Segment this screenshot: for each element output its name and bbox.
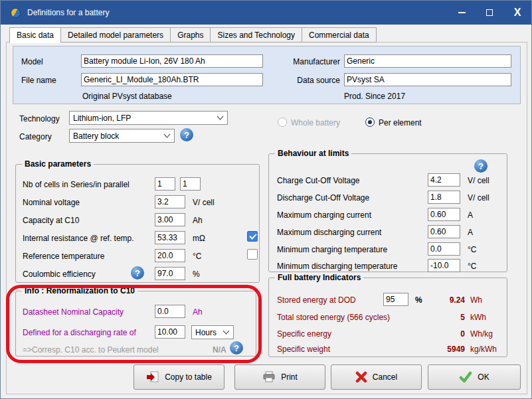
copy-to-table-button[interactable]: Copy to table — [133, 364, 224, 390]
nominal-voltage-unit: V/ cell — [193, 198, 215, 207]
internal-resistance-unit: mΩ — [193, 234, 205, 243]
per-element-radio[interactable] — [365, 118, 375, 127]
peukert-value: N/A — [213, 345, 226, 355]
coulombic-efficiency-help-icon[interactable]: ? — [131, 266, 144, 279]
tab-commercial-data[interactable]: Commercial data — [302, 27, 377, 42]
full-battery-indicators-group: Full battery Indicators Stored energy at… — [268, 278, 507, 357]
stored-energy-value: 9.24 — [428, 295, 465, 305]
full-battery-indicators-title: Full battery Indicators — [275, 273, 363, 282]
chevron-down-icon — [222, 330, 230, 335]
battery-definitions-dialog: Definitions for a battery X Basic data D… — [0, 0, 532, 399]
production-note: Prod. Since 2017 — [344, 92, 405, 101]
min-discharging-temp-label: Minimum discharging temperature — [277, 262, 397, 271]
datasheet-capacity-unit: Ah — [193, 307, 203, 317]
model-info-panel: Model File name Original PVsyst database… — [13, 46, 521, 104]
discharge-cutoff-input[interactable] — [428, 191, 460, 204]
technology-value: Lithium-ion, LFP — [73, 114, 131, 123]
charge-cutoff-input[interactable] — [428, 173, 460, 187]
basic-parameters-group: Basic parameters Nb of cells in Series/i… — [15, 164, 260, 283]
max-charging-current-label: Maximum charging current — [277, 210, 371, 220]
cancel-button[interactable]: Cancel — [331, 364, 422, 390]
reference-temperature-label: Reference temperature — [23, 252, 104, 261]
renormalization-group: Info : Renormalization to C10 Datasheet … — [15, 291, 256, 357]
cells-series-input[interactable] — [155, 177, 175, 191]
category-combobox[interactable]: Battery block — [69, 129, 175, 143]
tab-graphs[interactable]: Graphs — [170, 27, 211, 42]
technology-label: Technology — [19, 114, 60, 123]
peukert-help-icon[interactable]: ? — [230, 341, 243, 355]
minimize-button[interactable] — [448, 1, 476, 25]
model-input[interactable] — [81, 54, 263, 68]
category-value: Battery block — [73, 131, 119, 141]
ok-label: OK — [478, 372, 489, 382]
minimize-icon — [458, 12, 466, 13]
data-source-input[interactable] — [344, 73, 511, 86]
technology-combobox[interactable]: Lithium-ion, LFP — [69, 111, 228, 125]
capacity-c10-input[interactable] — [155, 213, 185, 226]
print-button[interactable]: Print — [234, 364, 325, 390]
title-bar: Definitions for a battery X — [1, 1, 531, 25]
copy-arrow-icon — [146, 371, 159, 383]
behaviour-limits-help-icon[interactable]: ? — [474, 159, 488, 173]
renormalization-title: Info : Renormalization to C10 — [22, 286, 137, 295]
nominal-voltage-label: Nominal voltage — [23, 198, 80, 207]
rate-unit-value: Hours — [195, 328, 217, 337]
specific-energy-value: 0 — [428, 329, 465, 339]
stored-energy-unit: Wh — [470, 295, 482, 305]
specific-energy-unit: Wh/kg — [470, 329, 493, 339]
discharging-rate-input[interactable] — [155, 325, 185, 339]
tab-basic-data[interactable]: Basic data — [9, 27, 61, 43]
copy-to-table-label: Copy to table — [165, 372, 212, 382]
internal-resistance-input[interactable] — [155, 231, 185, 244]
data-source-label: Data source — [286, 76, 340, 85]
tab-sizes-and-technology[interactable]: Sizes and Technology — [210, 27, 302, 42]
min-discharging-temp-input[interactable] — [428, 259, 460, 272]
reference-temperature-unit: °C — [193, 252, 201, 261]
capacity-c10-label: Capacity at C10 — [23, 216, 79, 225]
datasheet-capacity-input[interactable] — [155, 305, 185, 318]
stored-energy-dod-input[interactable] — [383, 293, 408, 306]
maximize-button[interactable] — [476, 1, 503, 25]
window-controls: X — [448, 1, 531, 25]
print-label: Print — [281, 372, 298, 382]
stored-energy-dod-percent: % — [415, 295, 422, 305]
rate-unit-combobox[interactable]: Hours — [191, 325, 234, 339]
per-element-label: Per element — [379, 118, 422, 127]
category-label: Category — [19, 132, 52, 141]
min-charging-temp-input[interactable] — [428, 242, 460, 256]
reference-temperature-checkbox[interactable] — [247, 249, 258, 260]
internal-resistance-checkbox[interactable] — [247, 231, 258, 242]
max-discharging-current-unit: A — [468, 228, 473, 237]
close-icon: X — [514, 7, 521, 19]
close-button[interactable]: X — [503, 1, 531, 25]
coulombic-efficiency-input[interactable] — [155, 267, 185, 280]
capacity-c10-unit: Ah — [193, 216, 203, 225]
chevron-down-icon — [163, 133, 171, 138]
max-discharging-current-input[interactable] — [428, 225, 460, 238]
discharge-cutoff-label: Discharge Cut-Off Voltage — [277, 193, 369, 202]
pvsyst-app-icon — [11, 8, 21, 18]
whole-battery-radio[interactable] — [278, 118, 287, 127]
cells-parallel-input[interactable] — [180, 177, 201, 191]
ok-button[interactable]: OK — [428, 364, 521, 390]
tab-detailed-model-parameters[interactable]: Detailed model parameters — [60, 27, 171, 42]
category-help-icon[interactable]: ? — [180, 128, 193, 141]
nominal-voltage-input[interactable] — [155, 195, 185, 208]
specific-weight-unit: kg/kWh — [470, 345, 497, 354]
basic-parameters-title: Basic parameters — [22, 159, 94, 169]
cancel-label: Cancel — [373, 372, 397, 382]
min-discharging-temp-unit: °C — [468, 262, 476, 271]
whole-battery-label: Whole battery — [291, 118, 340, 127]
stored-energy-dod-label: Stored energy at DOD — [277, 295, 356, 305]
discharging-rate-label: Defined for a discharging rate of — [23, 328, 136, 337]
reference-temperature-input[interactable] — [155, 249, 185, 262]
manufacturer-input[interactable] — [344, 54, 511, 68]
file-name-input[interactable] — [81, 73, 263, 86]
manufacturer-label: Manufacturer — [286, 57, 340, 66]
cancel-x-icon — [355, 371, 367, 383]
model-label: Model — [21, 57, 43, 66]
max-charging-current-input[interactable] — [428, 208, 460, 221]
specific-weight-label: Specific weight — [277, 345, 330, 354]
datasheet-capacity-label: Datasheet Nominal Capacity — [23, 307, 124, 317]
max-charging-current-unit: A — [468, 210, 473, 220]
